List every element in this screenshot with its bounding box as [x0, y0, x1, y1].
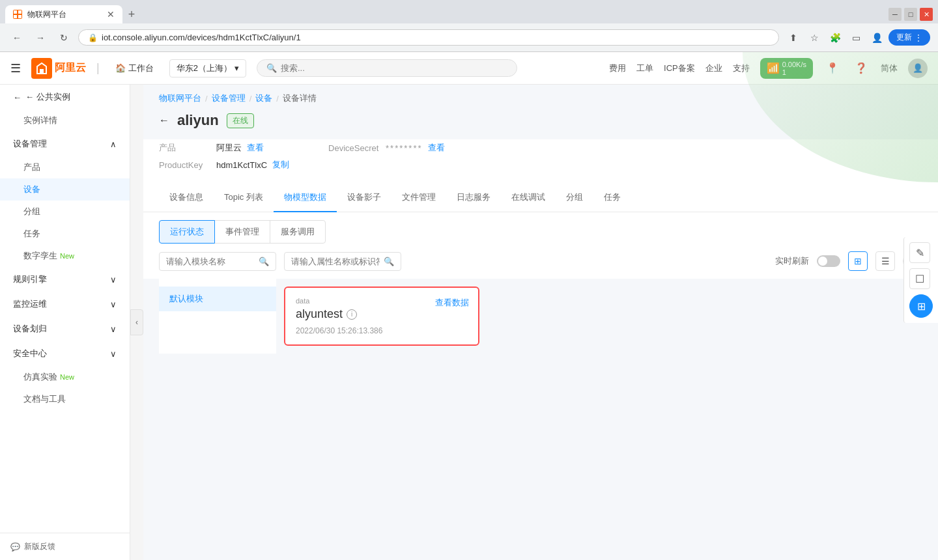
status-badge: 在线 — [227, 113, 254, 128]
minimize-button[interactable]: ─ — [888, 8, 902, 21]
workspace-label: 工作台 — [128, 63, 154, 74]
help-icon[interactable]: ❓ — [852, 59, 870, 77]
tab-log-service[interactable]: 日志服务 — [446, 184, 501, 212]
toggle-knob — [818, 257, 827, 266]
tab-task[interactable]: 任务 — [593, 184, 631, 212]
product-view-link[interactable]: 查看 — [247, 142, 264, 154]
tab-online-debug[interactable]: 在线调试 — [501, 184, 556, 212]
page-header: ← aliyun 在线 — [143, 109, 938, 139]
sidebar-item-simulation[interactable]: 仿真实验 New — [0, 366, 130, 388]
update-button[interactable]: 更新 ⋮ — [888, 29, 930, 46]
instance-label: 实例详情 — [23, 115, 57, 126]
tab-device-info[interactable]: 设备信息 — [159, 184, 214, 212]
sub-tab-service-call[interactable]: 服务调用 — [270, 220, 326, 244]
sidebar-item-device[interactable]: 设备 — [0, 178, 130, 201]
sub-tab-running-state[interactable]: 运行状态 — [159, 220, 215, 244]
breadcrumb-iot[interactable]: 物联网平台 — [159, 92, 201, 104]
nav-link-icp[interactable]: ICP备案 — [664, 63, 695, 74]
data-card[interactable]: data alyuntest i 2022/06/30 15:26:13.386… — [284, 287, 479, 346]
tab-title: 物联网平台 — [27, 9, 102, 20]
extensions-icon[interactable]: 🧩 — [826, 29, 844, 47]
tab-topic-list[interactable]: Topic 列表 — [214, 184, 274, 212]
nav-link-ticket[interactable]: 工单 — [636, 63, 653, 74]
nav-link-support[interactable]: 支持 — [733, 63, 750, 74]
module-item-default[interactable]: 默认模块 — [159, 287, 276, 311]
copy-link[interactable]: 复制 — [272, 159, 289, 171]
tab-close-button[interactable]: ✕ — [107, 9, 115, 20]
module-filter-input[interactable] — [166, 257, 255, 266]
user-avatar[interactable]: 👤 — [908, 59, 928, 78]
list-view-button[interactable]: ☰ — [875, 251, 895, 271]
location-icon[interactable]: 📍 — [823, 59, 842, 77]
product-value: 阿里云 — [216, 142, 242, 154]
breadcrumb: 物联网平台 / 设备管理 / 设备 / 设备详情 — [143, 85, 938, 109]
tab-thing-model[interactable]: 物模型数据 — [274, 184, 337, 212]
edit-tool-button[interactable]: ✎ — [909, 242, 930, 263]
card-time: 2022/06/30 15:26:13.386 — [296, 326, 468, 335]
property-filter-input[interactable] — [291, 257, 380, 266]
sidebar-item-product[interactable]: 产品 — [0, 156, 130, 178]
sidebar-item-task[interactable]: 任务 — [0, 223, 130, 245]
grid-view-button[interactable]: ⊞ — [848, 251, 868, 271]
share-icon[interactable]: ⬆ — [784, 29, 803, 47]
active-tab[interactable]: 物联网平台 ✕ — [5, 5, 122, 23]
search-bar[interactable]: 🔍 — [257, 59, 517, 77]
comment-tool-button[interactable]: ☐ — [909, 268, 930, 289]
group-label: 分组 — [23, 206, 40, 217]
tab-device-shadow[interactable]: 设备影子 — [337, 184, 391, 212]
sidebar-group-device-classify[interactable]: 设备划归 ∨ — [0, 316, 130, 341]
page-back-button[interactable]: ← — [159, 115, 169, 126]
sidebar-item-docs-tools[interactable]: 文档与工具 — [0, 388, 130, 410]
close-button[interactable]: ✕ — [920, 8, 933, 21]
tab-group[interactable]: 分组 — [556, 184, 593, 212]
svg-rect-0 — [14, 10, 17, 14]
profile-icon[interactable]: 👤 — [868, 29, 886, 47]
card-view-data-link[interactable]: 查看数据 — [435, 297, 469, 309]
hamburger-menu-icon[interactable]: ☰ — [10, 61, 21, 76]
reload-button[interactable]: ↻ — [55, 29, 73, 47]
tab-file-mgmt[interactable]: 文件管理 — [391, 184, 446, 212]
product-label: 产品 — [23, 161, 40, 173]
nav-link-enterprise[interactable]: 企业 — [705, 63, 722, 74]
sidebar-group-monitor-ops[interactable]: 监控运维 ∨ — [0, 292, 130, 316]
sub-tabs: 运行状态 事件管理 服务调用 — [143, 212, 938, 244]
workspace-button[interactable]: 🏠 工作台 — [110, 60, 159, 77]
devicesecret-info-row: DeviceSecret ******** 查看 — [328, 139, 444, 156]
maximize-button[interactable]: □ — [904, 8, 917, 21]
nav-link-fees[interactable]: 费用 — [609, 63, 626, 74]
bookmark-icon[interactable]: ☆ — [805, 29, 823, 47]
sidebar-collapse-button[interactable]: ‹ — [130, 309, 143, 335]
breadcrumb-device[interactable]: 设备 — [255, 92, 272, 104]
module-search-icon: 🔍 — [259, 257, 269, 266]
sidebar-item-group[interactable]: 分组 — [0, 201, 130, 223]
apps-tool-button[interactable]: ⊞ — [909, 294, 933, 318]
realtime-toggle[interactable] — [817, 255, 840, 267]
sidebar-item-instance[interactable]: 实例详情 — [0, 109, 130, 132]
sidebar-group-rule-engine[interactable]: 规则引擎 ∨ — [0, 267, 130, 292]
sidebar-group-security-center[interactable]: 安全中心 ∨ — [0, 341, 130, 366]
sidebar-toggle-icon[interactable]: ▭ — [847, 29, 865, 47]
sidebar-item-back[interactable]: ← ← 公共实例 — [0, 85, 130, 109]
sidebar-footer-feedback[interactable]: 💬 新版反馈 — [0, 533, 130, 560]
card-info-icon[interactable]: i — [347, 309, 357, 320]
chevron-down-icon-2: ∨ — [110, 300, 117, 309]
forward-nav-button[interactable]: → — [31, 29, 50, 47]
region-selector[interactable]: 华东2（上海） ▾ — [169, 59, 246, 77]
sidebar-group-device-mgmt[interactable]: 设备管理 ∧ — [0, 132, 130, 156]
back-nav-button[interactable]: ← — [8, 29, 26, 47]
address-bar[interactable]: 🔒 iot.console.aliyun.com/devices/hdm1Kct… — [78, 29, 779, 46]
simulation-label: 仿真实验 — [23, 371, 57, 383]
new-tab-button[interactable]: + — [122, 5, 141, 23]
search-input[interactable] — [281, 63, 507, 73]
devicesecret-view-link[interactable]: 查看 — [428, 142, 445, 154]
cards-area: data alyuntest i 2022/06/30 15:26:13.386… — [276, 279, 922, 354]
breadcrumb-device-mgmt[interactable]: 设备管理 — [212, 92, 246, 104]
module-filter[interactable]: 🔍 — [159, 252, 276, 271]
svg-rect-1 — [18, 10, 21, 14]
wifi-widget[interactable]: 📶 0.00K/s 1 — [760, 58, 813, 79]
property-filter[interactable]: 🔍 — [284, 252, 401, 271]
feedback-icon: 💬 — [10, 542, 20, 552]
language-selector[interactable]: 简体 — [881, 63, 898, 74]
sidebar-item-digital-twin[interactable]: 数字孪生 New — [0, 245, 130, 267]
sub-tab-event-mgmt[interactable]: 事件管理 — [214, 220, 270, 244]
